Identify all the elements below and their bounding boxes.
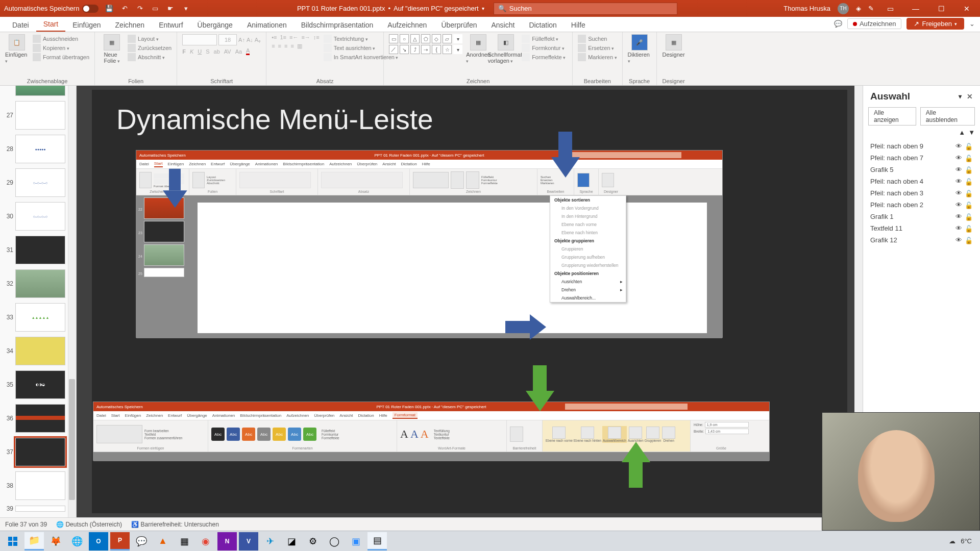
record-button[interactable]: Aufzeichnen xyxy=(847,18,902,29)
columns-icon[interactable]: ▥ xyxy=(297,43,302,49)
selection-item[interactable]: Pfeil: nach oben 7👁🔓 xyxy=(866,152,977,164)
toggle-icon[interactable] xyxy=(82,5,99,13)
select-button[interactable]: Markieren xyxy=(578,53,617,62)
lock-icon[interactable]: 🔓 xyxy=(965,190,973,197)
weather-icon[interactable]: ☁ xyxy=(949,537,955,545)
visibility-icon[interactable]: 👁 xyxy=(954,237,963,244)
minimize-icon[interactable]: — xyxy=(906,2,925,16)
cut-button[interactable]: Ausschneiden xyxy=(33,34,89,43)
replace-button[interactable]: Ersetzen xyxy=(578,43,617,53)
qat-more-icon[interactable]: ▾ xyxy=(181,4,190,13)
tab-aufzeichnen[interactable]: Aufzeichnen xyxy=(380,18,434,32)
strike-button[interactable]: S xyxy=(206,48,209,55)
spacing-icon[interactable]: AV xyxy=(224,48,231,55)
underline-button[interactable]: U xyxy=(198,48,202,55)
telegram-icon[interactable]: ✈ xyxy=(260,532,280,550)
justify-icon[interactable]: ≡ xyxy=(290,43,293,49)
slide-canvas[interactable]: Dynamische Menü-Leiste Automatisches Spe… xyxy=(77,86,863,517)
slide-thumbnail-pane[interactable]: 27 28●●●●● 29○–○–○–○ 30○–○–○–○ 31 32 33▲… xyxy=(0,86,77,517)
shadow-button[interactable]: ab xyxy=(214,48,220,55)
selection-item[interactable]: Grafik 1👁🔓 xyxy=(866,211,977,222)
tab-zeichnen[interactable]: Zeichnen xyxy=(108,18,152,32)
file-explorer-icon[interactable]: 📁 xyxy=(24,532,44,550)
move-up-icon[interactable]: ▲ xyxy=(959,129,965,136)
lock-icon[interactable]: 🔓 xyxy=(965,178,973,185)
obs-icon[interactable]: ⚙ xyxy=(303,532,323,550)
user-avatar[interactable]: TH xyxy=(838,3,849,14)
visibility-icon[interactable]: 👁 xyxy=(954,190,963,197)
font-size-input[interactable]: 18 xyxy=(218,34,237,45)
selection-item[interactable]: Grafik 5👁🔓 xyxy=(866,164,977,176)
app-icon-5[interactable]: ▤ xyxy=(368,532,387,550)
touch-mode-icon[interactable]: ☛ xyxy=(166,4,175,13)
numbering-icon[interactable]: 1≡ xyxy=(280,34,286,40)
find-button[interactable]: Suchen xyxy=(578,34,617,43)
tab-uebergaenge[interactable]: Übergänge xyxy=(190,18,240,32)
bullets-icon[interactable]: •≡ xyxy=(272,34,277,40)
tab-start[interactable]: Start xyxy=(36,17,66,32)
show-all-button[interactable]: Alle anzeigen xyxy=(868,107,916,126)
app-icon-4[interactable]: ◯ xyxy=(325,532,344,550)
tab-bildschirm[interactable]: Bildschirmpräsentation xyxy=(294,18,381,32)
start-menu-icon[interactable] xyxy=(3,532,22,550)
scroll-thumb[interactable] xyxy=(69,379,75,500)
quick-styles-button[interactable]: ◧Schnellformat-vorlagen xyxy=(494,34,518,64)
font-color-icon[interactable]: A xyxy=(246,47,250,55)
effects-button[interactable]: Formeffekte xyxy=(522,53,566,62)
visibility-icon[interactable]: 👁 xyxy=(954,178,963,185)
pen-icon[interactable]: ✎ xyxy=(868,5,874,12)
align-right-icon[interactable]: ≡ xyxy=(284,43,287,49)
share-button[interactable]: ↗Freigeben▾ xyxy=(906,18,964,30)
shapes-gallery[interactable]: ▭○△⬠◇▱▾ ／↘⤴⇢{☆▾ xyxy=(389,34,462,54)
tab-entwurf[interactable]: Entwurf xyxy=(152,18,190,32)
font-name-input[interactable] xyxy=(182,34,217,45)
comments-icon[interactable]: 💬 xyxy=(834,20,842,28)
outlook-icon[interactable]: O xyxy=(89,532,108,550)
autosave-toggle[interactable]: Automatisches Speichern xyxy=(4,5,99,13)
save-icon[interactable]: 💾 xyxy=(105,4,114,13)
fill-button[interactable]: Fülleffekt xyxy=(522,34,566,43)
ribbon-options-icon[interactable]: ▭ xyxy=(881,2,899,16)
maximize-icon[interactable]: ☐ xyxy=(932,2,950,16)
tab-datei[interactable]: Datei xyxy=(5,18,36,32)
align-center-icon[interactable]: ≡ xyxy=(278,43,281,49)
line-spacing-icon[interactable]: ↕≡ xyxy=(313,34,320,40)
app-icon-1[interactable]: 💬 xyxy=(132,532,151,550)
clear-format-icon[interactable]: Aᵩ xyxy=(255,37,261,43)
decrease-font-icon[interactable]: A↓ xyxy=(247,37,253,43)
dictate-button[interactable]: 🎤Diktieren xyxy=(628,34,651,64)
selection-item[interactable]: Pfeil: nach oben 3👁🔓 xyxy=(866,187,977,199)
arrange-button[interactable]: ▦Anordnen xyxy=(467,34,490,64)
redo-icon[interactable]: ↷ xyxy=(135,4,144,13)
tab-ansicht[interactable]: Ansicht xyxy=(484,18,522,32)
new-slide-button[interactable]: ▦ Neue Folie xyxy=(100,34,124,64)
lock-icon[interactable]: 🔓 xyxy=(965,155,973,162)
visibility-icon[interactable]: 👁 xyxy=(954,213,963,220)
lock-icon[interactable]: 🔓 xyxy=(965,143,973,150)
selection-item[interactable]: Pfeil: nach oben 2👁🔓 xyxy=(866,199,977,211)
italic-button[interactable]: K xyxy=(190,48,193,55)
zoom-icon[interactable]: ▣ xyxy=(346,532,365,550)
selection-item[interactable]: Pfeil: nach oben 9👁🔓 xyxy=(866,140,977,152)
lock-icon[interactable]: 🔓 xyxy=(965,225,973,232)
tab-dictation[interactable]: Dictation xyxy=(522,18,564,32)
move-down-icon[interactable]: ▼ xyxy=(968,129,975,136)
thumb-scrollbar[interactable] xyxy=(68,86,76,517)
selection-pane-close-icon[interactable]: ✕ xyxy=(967,92,973,101)
visibility-icon[interactable]: 👁 xyxy=(954,143,963,150)
from-beginning-icon[interactable]: ▭ xyxy=(151,4,160,13)
close-icon[interactable]: ✕ xyxy=(958,2,976,16)
sync-icon[interactable]: ◈ xyxy=(856,5,861,12)
increase-font-icon[interactable]: A↑ xyxy=(238,37,245,43)
tab-animationen[interactable]: Animationen xyxy=(240,18,294,32)
align-left-icon[interactable]: ≡ xyxy=(272,43,275,49)
copy-button[interactable]: Kopieren xyxy=(33,43,89,53)
hide-all-button[interactable]: Alle ausblenden xyxy=(920,107,975,126)
layout-button[interactable]: Layout xyxy=(128,34,172,43)
visibility-icon[interactable]: 👁 xyxy=(954,225,963,232)
visibility-icon[interactable]: 👁 xyxy=(954,166,963,173)
visibility-icon[interactable]: 👁 xyxy=(954,155,963,162)
powerpoint-icon[interactable]: P xyxy=(110,532,130,550)
lock-icon[interactable]: 🔓 xyxy=(965,213,973,220)
paste-button[interactable]: 📋 Einfügen xyxy=(5,34,29,64)
